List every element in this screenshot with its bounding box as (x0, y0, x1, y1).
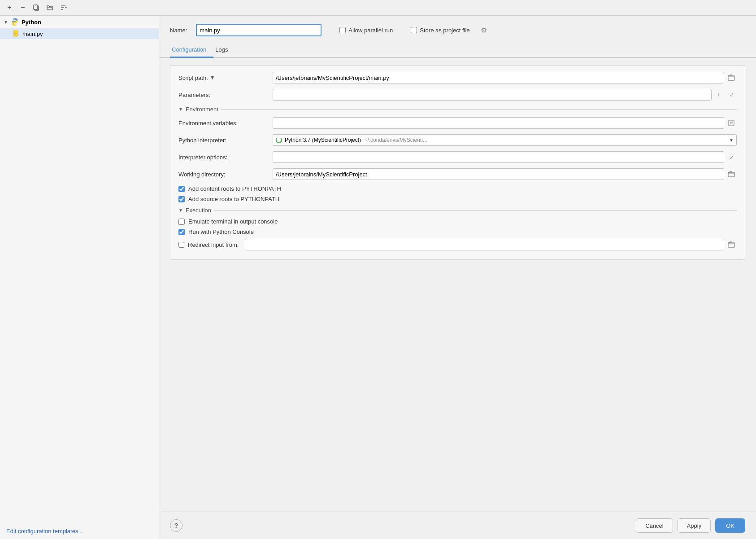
allow-parallel-checkbox[interactable] (339, 27, 346, 33)
sidebar-item-main[interactable]: py main.py (0, 28, 159, 39)
env-variables-input-wrap (273, 117, 737, 129)
apply-button[interactable]: Apply (678, 518, 711, 533)
execution-line (214, 210, 737, 210)
working-directory-input[interactable] (273, 168, 724, 180)
ok-button[interactable]: OK (715, 518, 745, 533)
run-python-console-label: Run with Python Console (188, 228, 254, 235)
environment-arrow[interactable]: ▼ (178, 107, 183, 112)
working-directory-wrap (273, 168, 737, 180)
python-expand-arrow: ▼ (4, 20, 8, 25)
environment-title: Environment (186, 106, 218, 113)
script-path-input[interactable] (273, 72, 724, 83)
script-path-label: Script path: ▼ (178, 74, 268, 81)
execution-section-header: ▼ Execution (178, 207, 737, 214)
execution-arrow[interactable]: ▼ (178, 208, 183, 213)
env-variables-input[interactable] (273, 117, 724, 129)
emulate-terminal-row: Emulate terminal in output console (178, 218, 737, 225)
sidebar-bottom: Edit configuration templates... (0, 523, 159, 539)
store-project-label: Store as project file (420, 27, 469, 34)
toolbar: + − (0, 0, 756, 16)
interpreter-options-label: Interpreter options: (178, 154, 268, 161)
env-variables-browse-button[interactable] (726, 118, 737, 128)
name-label: Name: (170, 27, 187, 34)
env-variables-row: Environment variables: (178, 117, 737, 129)
python-interpreter-row: Python interpreter: Python 3.7 (MyScient… (178, 134, 737, 146)
redirect-input-checkbox[interactable] (178, 242, 184, 248)
script-path-browse-button[interactable] (726, 72, 737, 83)
python-interpreter-label: Python interpreter: (178, 137, 268, 144)
copy-button[interactable] (31, 3, 41, 13)
sidebar-python-header[interactable]: ▼ Python (0, 16, 159, 28)
add-source-roots-row: Add source roots to PYTHONPATH (178, 196, 737, 202)
sidebar-python-label: Python (22, 19, 41, 26)
environment-line (221, 109, 737, 110)
action-buttons: Cancel Apply OK (636, 518, 745, 533)
environment-section-header: ▼ Environment (178, 106, 737, 113)
store-project-checkbox[interactable] (411, 27, 417, 33)
emulate-terminal-checkbox[interactable] (178, 219, 185, 225)
working-directory-label: Working directory: (178, 171, 268, 178)
interpreter-options-input[interactable] (273, 151, 724, 163)
run-python-console-checkbox[interactable] (178, 229, 185, 235)
cancel-button[interactable]: Cancel (636, 518, 673, 533)
env-variables-label: Environment variables: (178, 120, 268, 127)
parameters-add-button[interactable]: + (713, 89, 724, 100)
python-interpreter-select[interactable]: Python 3.7 (MyScientificProject) ~/.cond… (273, 134, 737, 146)
script-path-row: Script path: ▼ (178, 72, 737, 83)
tabs: Configuration Logs (159, 43, 756, 58)
svg-point-6 (13, 19, 14, 20)
python-icon (11, 18, 19, 26)
add-content-roots-row: Add content roots to PYTHONPATH (178, 185, 737, 192)
tab-logs[interactable]: Logs (213, 43, 235, 58)
add-button[interactable]: + (4, 3, 14, 13)
redirect-input-wrap (245, 239, 737, 250)
working-directory-row: Working directory: (178, 168, 737, 180)
remove-button[interactable]: − (18, 3, 28, 13)
script-path-dropdown-arrow[interactable]: ▼ (210, 74, 215, 81)
allow-parallel-label: Allow parallel run (348, 27, 393, 34)
gear-icon[interactable]: ⚙ (481, 26, 487, 35)
execution-title: Execution (186, 207, 211, 214)
sidebar-item-label: main.py (22, 31, 43, 37)
sort-button[interactable] (58, 3, 68, 13)
script-path-input-wrap (273, 72, 737, 83)
interpreter-text: Python 3.7 (MyScientificProject) ~/.cond… (285, 137, 726, 143)
redirect-input-browse-button[interactable] (726, 239, 737, 250)
python-interpreter-wrap: Python 3.7 (MyScientificProject) ~/.cond… (273, 134, 737, 146)
interpreter-loading-icon (276, 137, 282, 143)
working-directory-browse-button[interactable] (726, 169, 737, 180)
redirect-input-row: Redirect input from: (178, 239, 737, 250)
run-python-console-row: Run with Python Console (178, 228, 737, 235)
help-button[interactable]: ? (170, 519, 182, 532)
interpreter-dropdown-arrow: ▼ (729, 138, 734, 143)
parameters-expand-button[interactable]: ⤢ (726, 89, 737, 100)
allow-parallel-group: Allow parallel run (339, 27, 393, 34)
sidebar: ▼ Python py main.py Edit configuration t… (0, 16, 159, 539)
folder-button[interactable] (45, 3, 55, 13)
config-body: Script path: ▼ (159, 58, 756, 512)
svg-rect-1 (34, 5, 38, 9)
interpreter-options-expand-button[interactable]: ⤢ (726, 152, 737, 162)
config-card: Script path: ▼ (170, 65, 745, 260)
edit-templates-link[interactable]: Edit configuration templates... (6, 528, 83, 535)
redirect-input-input[interactable] (245, 239, 724, 250)
svg-point-7 (15, 24, 16, 25)
config-panel: Name: Allow parallel run Store as projec… (159, 16, 756, 539)
parameters-input-wrap: + ⤢ (273, 89, 737, 101)
add-content-roots-label: Add content roots to PYTHONPATH (188, 185, 281, 192)
redirect-input-label: Redirect input from: (188, 241, 239, 248)
add-source-roots-checkbox[interactable] (178, 196, 185, 202)
store-project-group: Store as project file (411, 27, 469, 34)
main-layout: ▼ Python py main.py Edit configuration t… (0, 16, 756, 539)
tab-configuration[interactable]: Configuration (170, 43, 213, 58)
parameters-row: Parameters: + ⤢ (178, 89, 737, 101)
bottom-bar: ? Cancel Apply OK (159, 512, 756, 539)
add-source-roots-label: Add source roots to PYTHONPATH (188, 196, 279, 202)
add-content-roots-checkbox[interactable] (178, 186, 185, 192)
parameters-input[interactable] (273, 89, 712, 101)
python-file-icon: py (13, 30, 20, 37)
interpreter-options-wrap: ⤢ (273, 151, 737, 163)
svg-text:py: py (14, 32, 17, 35)
name-input[interactable] (196, 24, 322, 36)
emulate-terminal-label: Emulate terminal in output console (188, 218, 278, 225)
